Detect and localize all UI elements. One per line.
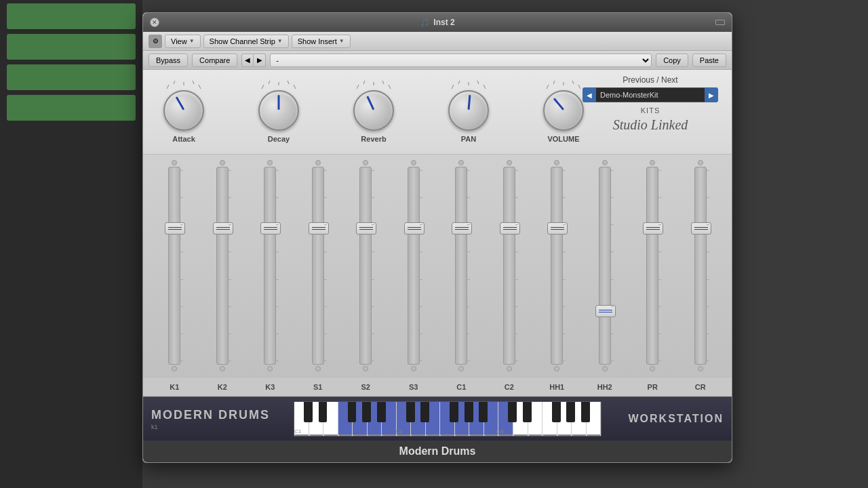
fader-mark	[229, 170, 231, 171]
fader-line	[312, 227, 326, 228]
fader-marks	[515, 167, 519, 364]
svg-line-4	[199, 85, 201, 89]
prev-kit-button[interactable]: ◀	[583, 87, 596, 102]
channel-strip-arrow: ▼	[277, 38, 283, 44]
next-preset-button[interactable]: ▶	[254, 54, 266, 67]
decay-knob[interactable]	[258, 90, 299, 131]
fader-track-s2[interactable]	[359, 167, 372, 365]
fader-mark	[324, 333, 327, 334]
fader-mark	[372, 306, 374, 307]
faders-section	[143, 155, 732, 378]
reverb-knob[interactable]	[353, 90, 394, 131]
white-key-3[interactable]	[338, 402, 353, 436]
decay-label: Decay	[268, 135, 290, 143]
white-keys[interactable]: C1C2C3	[294, 402, 601, 436]
fader-track-hh1[interactable]	[551, 167, 563, 365]
attack-knob[interactable]	[163, 90, 204, 131]
white-key-20[interactable]	[587, 402, 601, 436]
fader-track-k2[interactable]	[216, 167, 229, 365]
plugin-window: ✕ 🎵 Inst 2 ⚙ View ▼ Show Channel Strip ▼…	[142, 12, 732, 463]
fader-mark	[229, 361, 231, 361]
bypass-button[interactable]: Bypass	[149, 54, 188, 67]
white-key-17[interactable]	[542, 402, 557, 436]
fader-track-k1[interactable]	[168, 167, 180, 365]
white-key-16[interactable]	[528, 402, 543, 436]
view-menu-arrow: ▼	[189, 38, 195, 44]
fader-mark	[467, 279, 470, 280]
piano-keyboard[interactable]: C1C2C3	[294, 401, 601, 436]
volume-label: VOLUME	[547, 135, 579, 143]
fader-track-s1[interactable]	[312, 167, 324, 365]
fader-mark	[563, 251, 566, 252]
white-key-19[interactable]	[572, 402, 587, 436]
fader-marks	[229, 167, 232, 364]
preset-nav-row: ◀ Demo-MonsterKit ▶	[583, 87, 718, 102]
fader-mark	[324, 197, 327, 198]
view-menu[interactable]: View ▼	[165, 35, 201, 48]
title-bar: ✕ 🎵 Inst 2	[143, 13, 732, 32]
attack-indicator	[176, 96, 185, 110]
fader-mark	[276, 279, 279, 280]
white-key-2[interactable]	[323, 402, 338, 436]
volume-knob[interactable]	[543, 90, 584, 131]
fader-mark	[180, 224, 183, 225]
svg-line-1	[174, 81, 175, 84]
preset-dropdown[interactable]: -	[270, 54, 652, 67]
fader-mark	[372, 197, 374, 198]
fader-track-s3[interactable]	[408, 167, 420, 365]
white-key-4[interactable]	[353, 402, 368, 436]
minimize-button[interactable]	[715, 20, 725, 25]
fader-track-c2[interactable]	[503, 167, 515, 365]
channel-label-cr: CR	[677, 383, 724, 391]
svg-line-14	[389, 85, 391, 89]
white-key-6[interactable]	[382, 402, 397, 436]
pan-knob[interactable]	[448, 90, 489, 131]
channel-label-s2: S2	[342, 383, 389, 391]
fader-channel-cr	[677, 160, 724, 371]
white-key-1[interactable]	[309, 402, 324, 436]
fader-channel-s2	[342, 160, 389, 371]
fader-track-cr[interactable]	[694, 167, 707, 365]
channel-label-k3: K3	[247, 383, 294, 391]
fader-track-hh2[interactable]	[599, 167, 611, 365]
svg-line-24	[578, 85, 580, 89]
fader-mark	[420, 170, 422, 171]
fader-track-k3[interactable]	[264, 167, 276, 365]
fader-mark	[515, 251, 518, 252]
copy-button[interactable]: Copy	[656, 54, 688, 67]
fader-mark	[658, 197, 661, 198]
fader-mark	[658, 279, 661, 280]
fader-mark	[420, 333, 422, 334]
white-key-18[interactable]	[557, 402, 572, 436]
fader-mark	[180, 333, 183, 334]
white-key-12[interactable]	[469, 402, 484, 436]
fader-track-c1[interactable]	[455, 167, 467, 365]
show-insert-menu[interactable]: Show Insert ▼	[292, 35, 351, 48]
paste-button[interactable]: Paste	[692, 54, 726, 67]
kits-label: KITS	[583, 106, 718, 115]
fader-bottom-dot-k3	[267, 366, 273, 371]
fader-mark	[515, 279, 518, 280]
next-kit-button[interactable]: ▶	[705, 87, 718, 102]
octave-label-c1: C1	[294, 428, 301, 434]
fader-mark	[324, 279, 327, 280]
white-key-8[interactable]	[411, 402, 426, 436]
daw-track-1	[7, 3, 136, 29]
white-key-15[interactable]	[513, 402, 528, 436]
show-channel-strip-menu[interactable]: Show Channel Strip ▼	[203, 35, 289, 48]
close-button[interactable]: ✕	[150, 18, 159, 27]
white-key-11[interactable]	[455, 402, 470, 436]
fader-top-dot-k3	[267, 160, 273, 165]
fader-track-pr[interactable]	[646, 167, 658, 365]
prev-preset-button[interactable]: ◀	[241, 54, 254, 67]
fader-mark	[563, 306, 566, 307]
compare-button[interactable]: Compare	[192, 54, 237, 67]
white-key-5[interactable]	[368, 402, 382, 436]
fader-bottom-dot-s1	[315, 366, 321, 371]
fader-mark	[276, 170, 279, 171]
octave-label-c3: C3	[496, 428, 503, 434]
white-key-9[interactable]	[426, 402, 441, 436]
white-key-10[interactable]	[440, 402, 455, 436]
fader-bottom-dot-cr	[698, 366, 703, 371]
fader-marks	[563, 167, 566, 364]
